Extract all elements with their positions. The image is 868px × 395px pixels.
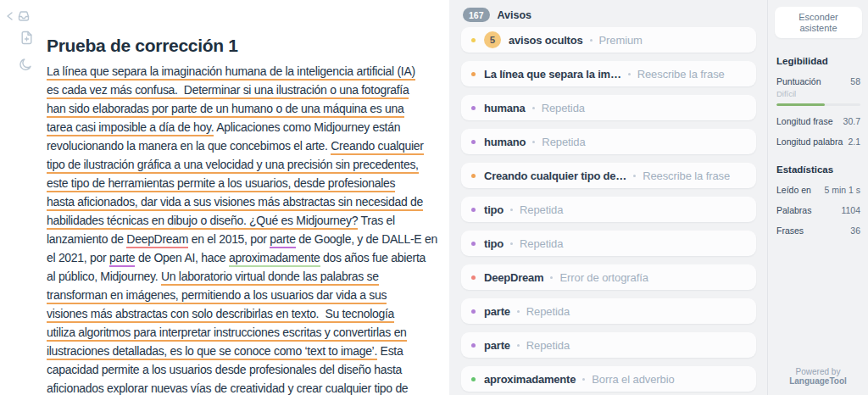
aviso-category: Repetida [526,305,570,318]
text-line: el 2021, por parte de Open AI, hace apro… [47,248,449,267]
underlined-text[interactable]: Un laboratorio virtual donde las palabra… [161,270,379,286]
text-line: habilidades técnicas en dibujo o diseño.… [47,211,449,230]
underlined-text[interactable]: utiliza algoritmos para interpretar inst… [47,325,407,342]
text-line: revolucionando la manera en la que conce… [47,136,449,155]
underlined-text[interactable]: transforman en imágenes, permitiendo a l… [47,288,387,304]
text-line: visiones más abstractas con solo describ… [47,304,449,323]
severity-dot [471,106,476,110]
text-line: al público, Midjourney. Un laboratorio v… [47,267,449,286]
plain-text: al público, Midjourney. [47,270,161,286]
stat-value: 36 [850,225,860,236]
avisos-pane: 167 Avisos 5avisos ocultosPremiumLa líne… [449,0,767,395]
powered-by-prefix: Powered by [796,367,841,376]
aviso-category: Repetida [542,136,585,148]
text-line: es cada vez más confusa. Determinar si u… [47,81,449,99]
document-title: Prueba de corrección 1 [47,35,238,57]
plain-text: de Open AI, hace [135,251,229,267]
back-chevron-icon[interactable] [6,11,14,21]
new-document-icon[interactable] [20,31,33,45]
plain-text: capacidad permite a los usuarios desde p… [47,363,402,379]
text-line: este tipo de herramientas permite a los … [47,174,449,192]
editor-text[interactable]: La línea que separa la imaginación human… [47,62,449,395]
inbox-icon[interactable] [17,9,31,23]
text-line: tipo de ilustración gráfica a una veloci… [47,155,449,174]
underlined-text[interactable]: ilustraciones detalladas, es lo que se c… [47,344,377,360]
underlined-text[interactable]: Creando cualquier [331,139,423,155]
aviso-category: Reescribe la frase [637,68,725,81]
stats-rows: Leído en5 min 1 sPalabras1104Frases36 [776,185,860,236]
text-line: hasta aficionados, dar vida a sus vision… [47,192,449,211]
underlined-text[interactable]: han sido elaboradas por parte de un huma… [47,102,404,118]
separator-dot [510,209,513,211]
aviso-card[interactable]: Creando cualquier tipo de…Reescribe la f… [461,163,756,188]
stat-label: Frases [776,225,804,236]
stat-label: Palabras [776,205,811,215]
aviso-text: humano [484,136,526,148]
aviso-category: Repetida [520,203,563,216]
score-label: Puntuación [776,76,821,86]
underlined-text[interactable]: parte [270,232,295,248]
legibility-section: Legibilidad Puntuación 58 Difícil Longit… [768,56,868,147]
score-row: Puntuación 58 [776,76,860,86]
score-value: 58 [850,76,860,86]
underlined-text[interactable]: es cada vez más confusa. Determinar si u… [47,83,409,99]
aviso-card[interactable]: tipoRepetida [461,231,756,256]
assistant-pane: Esconder asistente Legibilidad Puntuació… [767,0,868,395]
aviso-category: Reescribe la frase [643,170,730,182]
statistics-heading: Estadísticas [776,164,860,175]
separator-dot [532,141,535,143]
hide-assistant-button[interactable]: Esconder asistente [775,7,862,38]
aviso-category: Repetida [542,102,585,114]
severity-dot [471,377,476,381]
plain-text: Esta [377,344,403,360]
underlined-text[interactable]: habilidades técnicas en dibujo o diseño.… [47,214,358,230]
aviso-card[interactable]: tipoRepetida [461,197,756,222]
aviso-card[interactable]: humanoRepetida [461,129,756,154]
separator-dot [550,276,553,279]
plain-text: de Google, y de DALL-E en [296,232,437,248]
score-progress-fill [776,103,825,106]
severity-dot [471,343,476,348]
underlined-text[interactable]: La línea que separa la imaginación human… [47,64,415,81]
powered-by-footer: Powered by LanguageTool [768,367,868,386]
aviso-text: tipo [484,203,504,216]
legibility-rows: Longitud frase30.7Longitud palabra2.1 [776,116,860,147]
aviso-card[interactable]: DeepDreamError de ortografía [461,264,756,290]
severity-dot [471,38,476,42]
underlined-text[interactable]: parte [109,251,135,267]
underlined-text[interactable]: DeepDream [126,232,188,248]
text-line: utiliza algoritmos para interpretar inst… [47,323,449,342]
underlined-text[interactable]: tarea casi imposible a día de hoy. [47,120,214,136]
text-line: capacidad permite a los usuarios desde p… [47,360,449,379]
aviso-card[interactable]: parteRepetida [461,332,756,358]
underlined-text[interactable]: tipo de ilustración gráfica a una veloci… [47,158,419,174]
severity-dot [471,275,476,280]
underlined-text[interactable]: hasta aficionados, dar vida a sus vision… [47,195,423,211]
underlined-text[interactable]: visiones más abstractas con solo describ… [47,307,394,323]
text-line: aficionados explorar nuevas vías de crea… [47,379,449,395]
plain-text: Tras el [358,214,395,230]
plain-text: aficionados explorar nuevas vías de crea… [47,381,408,395]
hide-assistant-label: Esconder asistente [793,12,845,34]
legibility-heading: Legibilidad [776,56,860,66]
aviso-card[interactable]: 5avisos ocultosPremium [461,27,756,53]
aviso-text: parte [484,305,510,318]
underlined-text[interactable]: aproximadamente [229,251,320,267]
plain-text: Aplicaciones como Midjourney están [214,120,400,136]
stat-label: Longitud palabra [776,136,843,147]
severity-dot [471,72,476,76]
aviso-category: Borra el adverbio [592,373,674,386]
dark-mode-moon-icon[interactable] [19,58,32,71]
aviso-text: humana [484,102,526,114]
aviso-card[interactable]: parteRepetida [461,298,756,324]
stat-label: Longitud frase [776,116,833,126]
aviso-card[interactable]: humanaRepetida [461,95,756,120]
aviso-text: DeepDream [484,271,543,284]
stat-value: 5 min 1 s [824,185,860,195]
aviso-card[interactable]: La línea que separa la im…Reescribe la f… [461,61,756,86]
severity-dot [471,140,476,144]
editor-pane[interactable]: Prueba de corrección 1 La línea que sepa… [0,0,449,395]
underlined-text[interactable]: este tipo de herramientas permite a los … [47,176,395,192]
plain-text: revolucionando la manera en la que conce… [47,139,331,155]
aviso-card[interactable]: aproximadamenteBorra el adverbio [461,366,756,392]
